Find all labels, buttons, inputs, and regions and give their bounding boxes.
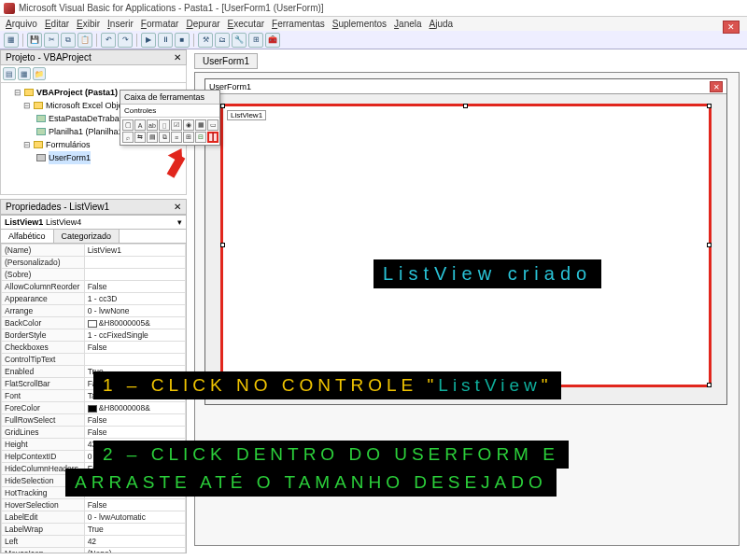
property-row[interactable]: GridLinesFalse [2,427,186,439]
mdi-close-button[interactable]: ✕ [723,21,740,34]
project-panel-close-icon[interactable]: ✕ [174,52,181,63]
project-view-code-btn[interactable]: ▤ [3,67,16,80]
menu-arquivo[interactable]: Arquivo [6,19,37,29]
properties-panel-close-icon[interactable]: ✕ [174,202,181,212]
toolbar-paste-btn[interactable]: 📋 [78,33,92,48]
property-row[interactable]: Appearance1 - cc3D [2,293,186,305]
property-row[interactable]: MouseIcon(None) [2,548,186,554]
designer-tab[interactable]: UserForm1 [194,53,258,69]
userform-window[interactable]: UserForm1 ✕ ListView1 [204,78,727,405]
resize-handle[interactable] [220,243,225,247]
tool-togglebutton-icon[interactable]: ⌕ [122,132,134,143]
menu-executar[interactable]: Executar [228,19,264,29]
property-row[interactable]: ForeColor&H80000008& [2,402,186,414]
property-value[interactable]: 42 [84,536,185,548]
project-folder-btn[interactable]: 📁 [33,67,46,80]
tool-spinbutton-icon[interactable]: ≡ [171,132,182,143]
menu-ferramentas[interactable]: Ferramentas [272,19,325,29]
menu-editar[interactable]: Editar [45,19,69,29]
resize-handle[interactable] [220,104,225,108]
tool-checkbox-icon[interactable]: ☑ [171,119,182,131]
tool-listbox-icon[interactable]: ▦ [195,119,206,131]
property-row[interactable]: HoverSelectionFalse [2,499,186,511]
property-value[interactable] [84,354,185,366]
resize-handle[interactable] [707,243,712,247]
menu-suplementos[interactable]: Suplementos [332,19,387,29]
tool-treeview-icon[interactable]: ⊟ [195,132,206,143]
property-value[interactable]: 1 - cc3D [84,293,185,305]
tool-scrollbar-icon[interactable]: ⧉ [159,132,170,143]
property-value[interactable]: False [84,342,185,354]
tree-project-root[interactable]: VBAProject (Pasta1) [36,86,118,99]
menu-ajuda[interactable]: Ajuda [430,19,454,29]
property-row[interactable]: (Personalizado) [2,257,186,269]
property-row[interactable]: ControlTipText [2,354,186,366]
listview-control[interactable]: ListView1 [220,104,712,387]
properties-object-dropdown[interactable]: ListView1 ListView4 ▾ [0,215,187,230]
toolbar-break-btn[interactable]: ⏸ [158,33,173,48]
property-row[interactable]: CheckboxesFalse [2,342,186,354]
toolbar-toolbox-btn[interactable]: 🧰 [265,33,280,48]
menu-formatar[interactable]: Formatar [141,19,179,29]
tree-userform1[interactable]: UserForm1 [49,151,91,164]
property-row[interactable]: FullRowSelectFalse [2,414,186,427]
property-value[interactable]: 0 - lvwNone [84,305,185,317]
toolbar-cut-btn[interactable]: ✂ [44,33,59,48]
tool-tabstrip-icon[interactable]: ⇆ [134,132,146,143]
toolbox-tab-controls[interactable]: Controles [120,105,219,118]
resize-handle[interactable] [463,104,468,108]
userform-design-surface[interactable]: ListView1 [205,94,726,404]
property-value[interactable] [84,269,185,281]
tool-combobox-icon[interactable]: ⌷ [159,119,170,131]
tree-forms-folder[interactable]: Formulários [46,138,91,151]
tree-sheet1[interactable]: Planilha1 (Planilha1) [49,125,126,138]
property-value[interactable]: 0 - lvwAutomatic [84,511,185,524]
property-value[interactable]: &H80000005& [84,317,185,329]
tool-textbox-icon[interactable]: ab [147,119,158,131]
property-value[interactable]: True [84,524,185,536]
toolbar-copy-btn[interactable]: ⧉ [61,33,76,48]
property-value[interactable]: False [84,427,185,439]
tool-image-icon[interactable]: ⊞ [183,132,194,143]
property-value[interactable]: False [84,499,185,511]
toolbar-project-btn[interactable]: 🗂 [215,33,230,48]
tool-commandbutton-icon[interactable]: ▭ [207,119,218,131]
tab-categorized[interactable]: Categorizado [54,230,120,243]
property-row[interactable]: LabelWrapTrue [2,524,186,536]
property-row[interactable]: Arrange0 - lvwNone [2,305,186,317]
toolbar-design-btn[interactable]: ⚒ [198,33,213,48]
toolbar-stop-btn[interactable]: ■ [175,33,190,48]
toolbar-view-btn[interactable]: ▦ [4,33,19,48]
resize-handle[interactable] [707,383,712,387]
property-value[interactable]: False [84,414,185,427]
property-row[interactable]: Left42 [2,536,186,548]
property-value[interactable] [84,257,185,269]
toolbar-redo-btn[interactable]: ↷ [118,33,133,48]
property-value[interactable]: (None) [84,548,185,554]
menu-depurar[interactable]: Depurar [186,19,219,29]
menu-janela[interactable]: Janela [394,19,421,29]
menu-inserir[interactable]: Inserir [107,19,134,29]
property-row[interactable]: BorderStyle1 - ccFixedSingle [2,329,186,342]
property-row[interactable]: LabelEdit0 - lvwAutomatic [2,511,186,524]
toolbar-save-btn[interactable]: 💾 [27,33,42,48]
tool-label-icon[interactable]: A [134,119,146,131]
toolbar-undo-btn[interactable]: ↶ [101,33,116,48]
property-value[interactable]: 1 - ccFixedSingle [84,329,185,342]
tree-thisworkbook[interactable]: EstaPastaDeTrabalho [49,112,131,125]
property-row[interactable]: BackColor&H80000005& [2,317,186,329]
property-value[interactable]: &H80000008& [84,402,185,414]
property-row[interactable]: (Name)ListView1 [2,245,186,257]
tool-pointer-icon[interactable]: ▢ [122,119,134,131]
menu-exibir[interactable]: Exibir [77,19,100,29]
property-value[interactable]: ListView1 [84,245,185,257]
toolbar-run-btn[interactable]: ▶ [141,33,156,48]
tab-alphabetic[interactable]: Alfabético [1,230,54,243]
toolbar-props-btn[interactable]: 🔧 [232,33,247,48]
property-row[interactable]: (Sobre) [2,269,186,281]
tool-multipage-icon[interactable]: ▤ [147,132,158,143]
project-view-object-btn[interactable]: ▦ [18,67,31,80]
property-row[interactable]: AllowColumnReorderFalse [2,281,186,293]
toolbar-obj-btn[interactable]: ⊞ [248,33,263,48]
property-value[interactable]: False [84,281,185,293]
